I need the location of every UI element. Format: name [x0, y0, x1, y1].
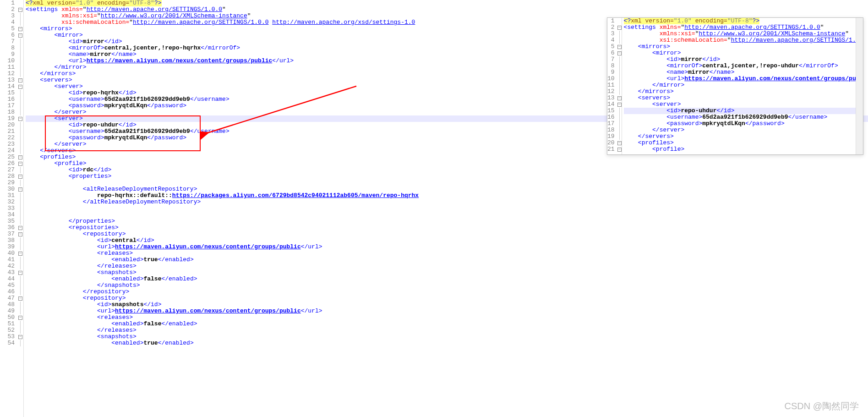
line-number: 19	[607, 133, 615, 140]
code-line[interactable]	[26, 180, 868, 186]
code-line[interactable]	[26, 205, 868, 212]
code-line[interactable]: <releases>	[26, 314, 868, 321]
fold-gutter[interactable]: −−−−−−−	[617, 18, 622, 154]
fold-marker[interactable]: −	[17, 186, 23, 192]
code-line[interactable]: </mirror>	[624, 82, 863, 88]
code-line[interactable]: <enabled>false</enabled>	[26, 276, 868, 282]
line-number: 15	[607, 108, 615, 114]
code-line[interactable]: <profiles>	[624, 140, 863, 146]
fold-marker[interactable]: −	[17, 77, 23, 83]
code-line[interactable]: <servers>	[624, 95, 863, 101]
line-number: 39	[0, 244, 15, 250]
fold-marker[interactable]: −	[617, 95, 622, 101]
fold-gutter[interactable]: −−−−−−−−−−−−−−−−−	[17, 0, 24, 417]
fold-marker	[617, 76, 622, 82]
code-line[interactable]: </properties>	[26, 218, 868, 225]
code-line[interactable]: <id>central</id>	[26, 237, 868, 244]
line-number: 38	[0, 237, 15, 244]
fold-marker[interactable]: −	[617, 140, 622, 146]
code-line[interactable]: <id>repo-uhdur</id>	[624, 108, 863, 114]
panel-code-editor[interactable]: 123456789101112131415161718192021−−−−−−−…	[607, 18, 863, 154]
fold-marker[interactable]: −	[617, 101, 622, 108]
code-line[interactable]: </server>	[624, 127, 863, 133]
code-line[interactable]: <server>	[624, 101, 863, 108]
panel-scrollbar[interactable]	[856, 18, 863, 154]
code-line[interactable]: <profiles>	[26, 154, 868, 160]
fold-marker[interactable]: −	[17, 295, 23, 302]
code-line[interactable]: <enabled>true</enabled>	[26, 340, 868, 346]
code-line[interactable]: </servers>	[624, 133, 863, 140]
line-number: 26	[0, 160, 15, 167]
code-line[interactable]: <mirror>	[624, 50, 863, 56]
code-line[interactable]: </repository>	[26, 289, 868, 295]
code-line[interactable]: <settings xmlns="http://maven.apache.org…	[26, 6, 868, 13]
fold-marker[interactable]: −	[17, 160, 23, 167]
fold-marker[interactable]: −	[17, 225, 23, 231]
code-line[interactable]: <profile>	[26, 160, 868, 167]
line-number: 8	[0, 45, 15, 51]
fold-marker	[17, 244, 23, 250]
code-line[interactable]: <url>https://maven.aliyun.com/nexus/cont…	[26, 244, 868, 250]
code-line[interactable]: <url>https://maven.aliyun.com/nexus/cont…	[624, 76, 863, 82]
code-line[interactable]: </mirrors>	[624, 88, 863, 95]
code-line[interactable]: <altReleaseDeploymentRepository>	[26, 186, 868, 192]
fold-marker[interactable]: −	[17, 83, 23, 90]
code-line[interactable]: <properties>	[26, 173, 868, 180]
fold-marker[interactable]: −	[17, 115, 23, 122]
code-line[interactable]: <username>65d2aa921f1b626929dd9eb9</user…	[624, 114, 863, 121]
fold-marker	[17, 135, 23, 141]
code-line[interactable]: <mirrorOf>central,jcenter,!repo-uhdur</m…	[624, 63, 863, 69]
fold-marker[interactable]: −	[17, 250, 23, 257]
code-line[interactable]: <releases>	[26, 250, 868, 257]
code-line[interactable]: repo-hqrhx::default::https://packages.al…	[26, 192, 868, 199]
code-line[interactable]: xsi:schemaLocation="http://maven.apache.…	[624, 37, 863, 44]
fold-marker[interactable]: −	[17, 173, 23, 180]
fold-marker	[17, 205, 23, 212]
code-line[interactable]: <id>snapshots</id>	[26, 302, 868, 308]
fold-marker[interactable]: −	[17, 231, 23, 237]
code-line[interactable]: <snapshots>	[26, 334, 868, 340]
code-line[interactable]: <enabled>false</enabled>	[26, 321, 868, 327]
fold-marker[interactable]: −	[617, 44, 622, 50]
line-number: 1	[607, 18, 615, 24]
fold-marker[interactable]: −	[17, 32, 23, 38]
comparison-panel[interactable]: 123456789101112131415161718192021−−−−−−−…	[607, 17, 863, 155]
code-line[interactable]: <enabled>true</enabled>	[26, 257, 868, 263]
code-line[interactable]: </snapshots>	[26, 282, 868, 289]
fold-marker	[617, 82, 622, 88]
fold-marker	[17, 263, 23, 269]
code-line[interactable]	[26, 212, 868, 218]
fold-marker[interactable]: −	[617, 146, 622, 153]
code-line[interactable]: <name>mirror</name>	[624, 69, 863, 76]
fold-marker[interactable]: −	[617, 24, 622, 31]
fold-marker[interactable]: −	[17, 334, 23, 340]
code-line[interactable]: </altReleaseDeploymentRepository>	[26, 199, 868, 205]
code-line[interactable]: <mirrors>	[624, 44, 863, 50]
code-area[interactable]: <?xml version="1.0" encoding="UTF-8"?><s…	[622, 18, 863, 154]
code-line[interactable]: <settings xmlns="http://maven.apache.org…	[624, 24, 863, 31]
fold-marker[interactable]: −	[17, 269, 23, 276]
code-line[interactable]: <?xml version="1.0" encoding="UTF-8"?>	[26, 0, 868, 6]
line-number: 21	[0, 128, 15, 135]
line-number: 10	[0, 58, 15, 64]
fold-marker[interactable]: −	[17, 154, 23, 160]
code-line[interactable]: <password>mpkryqtdLKqn</password>	[624, 121, 863, 127]
code-line[interactable]: <repositories>	[26, 225, 868, 231]
code-line[interactable]: <url>https://maven.aliyun.com/nexus/cont…	[26, 308, 868, 314]
code-line[interactable]: <snapshots>	[26, 269, 868, 276]
code-line[interactable]: <repository>	[26, 231, 868, 237]
code-line[interactable]: <?xml version="1.0" encoding="UTF-8"?>	[624, 18, 863, 24]
code-line[interactable]: <repository>	[26, 295, 868, 302]
line-number: 14	[0, 83, 15, 90]
code-line[interactable]: xmlns:xsi="http://www.w3.org/2001/XMLSch…	[624, 31, 863, 37]
fold-marker[interactable]: −	[17, 6, 23, 13]
code-line[interactable]: <profile>	[624, 146, 863, 153]
fold-marker[interactable]: −	[17, 26, 23, 32]
code-line[interactable]: </releases>	[26, 263, 868, 269]
code-line[interactable]: </releases>	[26, 327, 868, 334]
fold-marker[interactable]: −	[17, 314, 23, 321]
code-line[interactable]: <id>rdc</id>	[26, 167, 868, 173]
code-line[interactable]: <id>mirror</id>	[624, 56, 863, 63]
fold-marker	[617, 114, 622, 121]
fold-marker[interactable]: −	[617, 50, 622, 56]
